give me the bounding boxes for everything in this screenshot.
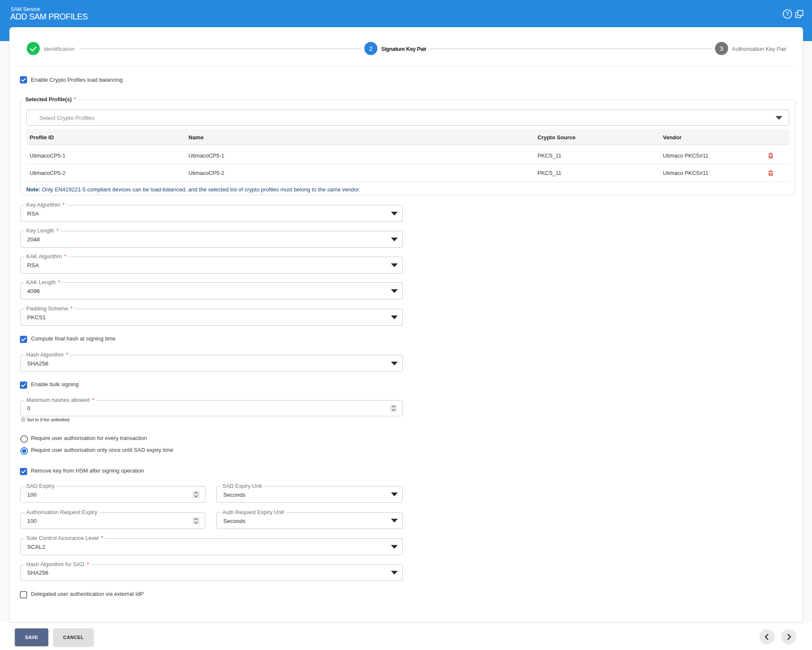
svg-text:?: ?: [786, 11, 789, 17]
